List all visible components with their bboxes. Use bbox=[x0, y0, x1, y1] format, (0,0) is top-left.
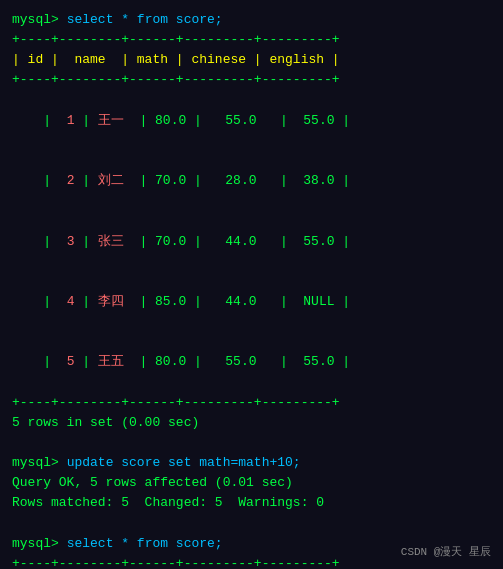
blank-1 bbox=[12, 433, 491, 453]
table1-row-1: | 1 | 王一 | 80.0 | 55.0 | 55.0 | bbox=[12, 91, 491, 151]
result-2a: Query OK, 5 rows affected (0.01 sec) bbox=[12, 473, 491, 493]
blank-2 bbox=[12, 514, 491, 534]
query-3: select * from score; bbox=[67, 536, 223, 551]
prompt-line-2: mysql> update score set math=math+10; bbox=[12, 453, 491, 473]
table1-row-3: | 3 | 张三 | 70.0 | 44.0 | 55.0 | bbox=[12, 211, 491, 271]
table1-border-mid: +----+--------+------+---------+--------… bbox=[12, 70, 491, 90]
table1-header: | id | name | math | chinese | english | bbox=[12, 50, 491, 70]
table1-border-bot: +----+--------+------+---------+--------… bbox=[12, 393, 491, 413]
watermark: CSDN @漫天 星辰 bbox=[401, 544, 491, 559]
table1-border-top: +----+--------+------+---------+--------… bbox=[12, 30, 491, 50]
query-2: update score set math=math+10; bbox=[67, 455, 301, 470]
table1-row-2: | 2 | 刘二 | 70.0 | 28.0 | 38.0 | bbox=[12, 151, 491, 211]
result-1: 5 rows in set (0.00 sec) bbox=[12, 413, 491, 433]
prompt-1: mysql> bbox=[12, 12, 59, 27]
prompt-3: mysql> bbox=[12, 536, 59, 551]
terminal: mysql> select * from score; +----+------… bbox=[0, 0, 503, 569]
cmd-2 bbox=[59, 455, 67, 470]
result-2b: Rows matched: 5 Changed: 5 Warnings: 0 bbox=[12, 493, 491, 513]
query-1: select * from score; bbox=[67, 12, 223, 27]
prompt-2: mysql> bbox=[12, 455, 59, 470]
cmd-1 bbox=[59, 12, 67, 27]
table1-row-4: | 4 | 李四 | 85.0 | 44.0 | NULL | bbox=[12, 272, 491, 332]
cmd-3 bbox=[59, 536, 67, 551]
table1-row-5: | 5 | 王五 | 80.0 | 55.0 | 55.0 | bbox=[12, 332, 491, 392]
prompt-line-1: mysql> select * from score; bbox=[12, 10, 491, 30]
